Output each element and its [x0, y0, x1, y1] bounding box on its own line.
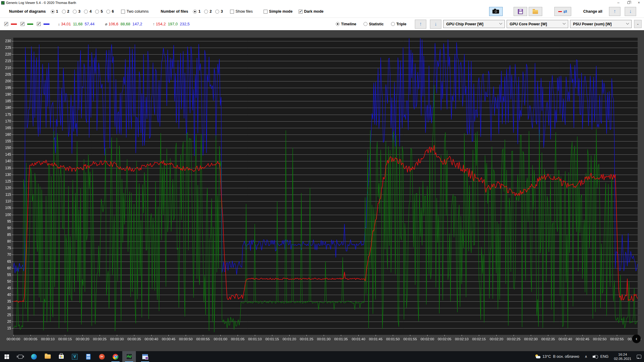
max-value-blue: 232,5 — [180, 22, 190, 26]
chevron-down-icon — [626, 22, 629, 25]
volume-button[interactable] — [590, 351, 598, 362]
file-explorer-button[interactable] — [41, 351, 54, 362]
restore-button[interactable] — [623, 0, 634, 5]
minimize-button[interactable]: – — [613, 0, 623, 5]
diagram-count-radio-2[interactable]: 2 — [62, 9, 69, 14]
checkbox-icon — [230, 10, 234, 14]
chevron-down-icon — [563, 22, 566, 25]
folder-icon — [45, 354, 51, 359]
dark-mode-checkbox[interactable]: Dark mode — [299, 9, 324, 14]
view-mode-statistic-radio[interactable]: Statistic — [364, 22, 384, 26]
diagram-count-radio-4[interactable]: 4 — [84, 9, 91, 14]
checkbox-icon — [21, 22, 24, 26]
taskbar: V ✂ 13°C В осн. облачно ∧ ENG 16:2402.05… — [0, 351, 644, 362]
v-app-button[interactable]: V — [68, 351, 82, 362]
store-button[interactable] — [54, 351, 68, 362]
average-symbol: ⌀ — [105, 22, 107, 26]
view-mode-timeline-radio[interactable]: Timeline — [336, 22, 356, 26]
scroll-left-button[interactable]: ‹ — [632, 334, 641, 343]
red-line-icon — [558, 11, 562, 12]
edge-icon — [31, 354, 37, 360]
partly-cloudy-icon — [535, 354, 541, 359]
down-arrow-icon: ↓ — [629, 8, 632, 14]
start-button[interactable] — [0, 351, 14, 362]
remove-channel-button[interactable]: - — [634, 20, 642, 28]
image-app-button[interactable] — [138, 351, 152, 362]
v-app-icon: V — [72, 354, 78, 360]
series-3-visibility-checkbox[interactable] — [37, 22, 50, 26]
diagram-count-radio-5[interactable]: 5 — [95, 9, 103, 14]
swap-arrows-icon: ⇄ — [563, 9, 567, 14]
save-button[interactable] — [514, 7, 527, 16]
two-columns-checkbox[interactable]: Two columns — [121, 9, 149, 14]
checkbox-icon — [264, 10, 268, 14]
weather-widget[interactable]: 13°C В осн. облачно — [532, 351, 582, 362]
screenshot-button[interactable] — [489, 7, 503, 16]
calculator-icon — [86, 354, 91, 360]
snipping-tool-button[interactable]: ✂ — [95, 351, 109, 362]
show-files-checkbox[interactable]: Show files — [230, 9, 253, 14]
series-2-visibility-checkbox[interactable] — [21, 22, 33, 26]
close-button[interactable]: × — [634, 0, 644, 5]
timeline-chart[interactable] — [0, 30, 644, 351]
max-value-red: 154,2 — [156, 22, 166, 26]
channel-select-1[interactable]: GPU Chip Power [W] — [443, 20, 505, 28]
radio-icon — [204, 10, 208, 14]
file-count-radio-2[interactable]: 2 — [204, 9, 212, 14]
open-folder-button[interactable] — [529, 7, 542, 16]
main-toolbar: Number of diagrams 1 2 3 4 5 6 Two colum… — [0, 5, 644, 18]
channel-select-2[interactable]: GPU Core Power [W] — [507, 20, 568, 28]
series-1-visibility-checkbox[interactable] — [4, 22, 17, 26]
series-toolbar: ↓ 34,01 11,68 57,44 ⌀ 106,6 88,68 147,2 … — [0, 18, 644, 30]
window-controls: – × — [613, 0, 644, 5]
log-viewer-icon — [126, 354, 132, 360]
chrome-icon — [113, 354, 118, 360]
store-bag-icon — [59, 355, 64, 359]
calculator-button[interactable] — [82, 351, 95, 362]
channel-down-button[interactable]: ↓ — [430, 20, 441, 29]
view-mode-triple-radio[interactable]: Triple — [391, 22, 406, 26]
language-indicator[interactable]: ENG — [598, 351, 611, 362]
max-stats: ↑ 154,2 197,0 232,5 — [153, 22, 192, 26]
simple-mode-checkbox[interactable]: Simple mode — [264, 9, 293, 14]
image-app-icon — [142, 354, 148, 359]
log-viewer-button[interactable] — [122, 351, 136, 362]
file-count-radio-3[interactable]: 3 — [215, 9, 223, 14]
radio-icon — [84, 10, 88, 14]
avg-value-green: 88,68 — [120, 22, 130, 26]
tray-expand-button[interactable]: ∧ — [582, 351, 590, 362]
title-bar: Generic Log Viewer 5.4 - © 2020 Thomas B… — [0, 0, 644, 5]
series-2-color-swatch — [27, 24, 33, 25]
diagram-count-radio-1[interactable]: 1 — [51, 9, 58, 14]
line-swap-button[interactable]: ⇄ — [554, 7, 571, 16]
radio-icon — [106, 10, 110, 14]
min-stats: ↓ 34,01 11,68 57,44 — [58, 22, 97, 26]
clock[interactable]: 16:2402.05.2021 — [611, 351, 634, 362]
app-logo-icon — [1, 1, 5, 5]
files-label: Number of files — [161, 9, 188, 14]
channel-select-3[interactable]: PSU Power (sum) [W] — [570, 20, 632, 28]
avg-value-blue: 147,2 — [133, 22, 143, 26]
action-center-button[interactable] — [634, 351, 644, 362]
chrome-button[interactable] — [109, 351, 122, 362]
application-window: Generic Log Viewer 5.4 - © 2020 Thomas B… — [0, 0, 644, 362]
file-count-radio-1[interactable]: 1 — [193, 9, 200, 14]
diagram-count-radio-3[interactable]: 3 — [73, 9, 80, 14]
task-view-button[interactable] — [14, 351, 27, 362]
checkbox-icon — [121, 10, 125, 14]
radio-icon — [73, 10, 77, 14]
diagram-count-radio-6[interactable]: 6 — [106, 9, 114, 14]
move-up-button[interactable]: ↑ — [609, 7, 620, 16]
channel-up-button[interactable]: ↑ — [415, 20, 426, 29]
speaker-icon — [593, 356, 594, 358]
down-arrow-icon: ↓ — [434, 21, 437, 27]
system-tray: 13°C В осн. облачно ∧ ENG 16:2402.05.202… — [532, 351, 644, 362]
date: 02.05.2021 — [614, 357, 631, 360]
move-down-button[interactable]: ↓ — [625, 7, 636, 16]
chevron-up-icon: ∧ — [585, 354, 588, 359]
edge-button[interactable] — [27, 351, 41, 362]
radio-icon — [391, 22, 395, 26]
restore-icon — [627, 2, 630, 4]
window-title: Generic Log Viewer 5.4 - © 2020 Thomas B… — [6, 1, 76, 5]
checkbox-icon — [4, 22, 8, 26]
